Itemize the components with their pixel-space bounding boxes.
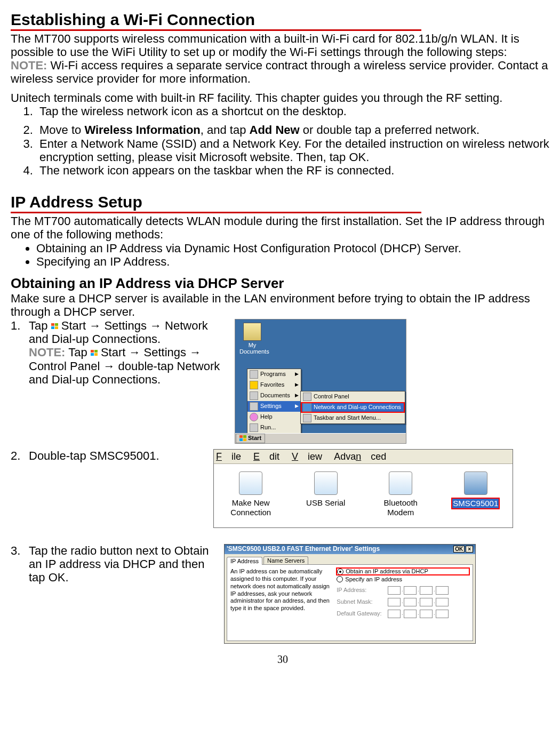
tab-name-servers[interactable]: Name Servers: [263, 556, 308, 565]
menu-view[interactable]: View: [292, 451, 322, 462]
menu-favorites[interactable]: Favorites▶: [247, 380, 301, 390]
screenshot-network-connections: File Edit View Advanced Make New Connect…: [213, 449, 513, 528]
wifi-note: NOTE: Wi-Fi access requires a separate s…: [11, 59, 555, 86]
section-heading-wifi: Establishing a Wi-Fi Connection: [11, 11, 421, 31]
wifi-step-3: Enter a Network Name (SSID) and a Networ…: [36, 137, 555, 164]
radio-specify[interactable]: Specify an IP address: [337, 576, 469, 583]
titlebar: 'SMSC9500 USB2.0 FAST Ethernet Driver' S…: [225, 545, 475, 554]
menu-advanced[interactable]: Advanced: [334, 451, 386, 462]
settings-submenu: Control Panel Network and Dial-up Connec…: [300, 391, 405, 424]
windows-flag-icon: [239, 435, 246, 442]
menu-help[interactable]: Help: [247, 412, 301, 422]
step-3-num: 3.: [11, 544, 29, 585]
favorites-icon: [250, 381, 258, 389]
windows-flag-icon: [91, 350, 98, 356]
network-icon: [303, 403, 311, 412]
page-number: 30: [11, 653, 555, 666]
screenshot-ip-settings-dialog: 'SMSC9500 USB2.0 FAST Ethernet Driver' S…: [224, 544, 476, 644]
settings-icon: [250, 402, 258, 411]
close-button[interactable]: ×: [466, 546, 473, 553]
radio-icon: [337, 569, 343, 575]
start-menu: Programs▶ Favorites▶ Documents▶ Settings…: [247, 369, 301, 434]
make-new-connection-icon: [239, 471, 262, 495]
submenu-taskbar[interactable]: Taskbar and Start Menu...: [301, 413, 405, 423]
radio-icon: [337, 576, 343, 582]
ip-help-text: An IP address can be automatically assig…: [230, 568, 332, 637]
menubar: File Edit View Advanced: [214, 450, 513, 465]
ethernet-adapter-icon: [464, 471, 487, 495]
field-ip-address: IP Address:...: [337, 586, 469, 595]
wifi-step-2: Move to Wireless Information, and tap Ad…: [36, 123, 555, 137]
section-heading-ip: IP Address Setup: [11, 193, 421, 213]
note-label: NOTE:: [11, 59, 47, 72]
menu-edit[interactable]: Edit: [253, 451, 279, 462]
step-2-text: Double-tap SMSC95001.: [29, 449, 203, 462]
ok-button[interactable]: OK: [453, 546, 465, 553]
wifi-intro: The MT700 supports wireless communicatio…: [11, 32, 555, 59]
field-default-gateway: Default Gateway:...: [337, 610, 469, 618]
wifi-step-4: The network icon appears on the taskbar …: [36, 164, 555, 177]
wifi-step-1: Tap the wireless network icon as a short…: [36, 105, 555, 118]
bluetooth-modem-icon: [389, 471, 412, 495]
subheading-dhcp: Obtaining an IP Address via DHCP Server: [11, 276, 555, 292]
submenu-network-dialup[interactable]: Network and Dial-up Connections: [301, 402, 405, 413]
run-icon: [250, 423, 258, 432]
conn-usb-serial[interactable]: USB Serial: [297, 471, 355, 517]
menu-programs[interactable]: Programs▶: [247, 369, 301, 380]
documents-icon: [250, 391, 258, 400]
programs-icon: [250, 370, 258, 379]
ip-intro: The MT700 automatically detects WLAN mod…: [11, 214, 555, 242]
tab-ip-address[interactable]: IP Address: [227, 557, 262, 565]
submenu-control-panel[interactable]: Control Panel: [301, 391, 405, 402]
step-1-text: Tap Start → Settings → Network and Dial-…: [29, 319, 224, 386]
dialog-title: 'SMSC9500 USB2.0 FAST Ethernet Driver' S…: [227, 546, 451, 553]
menu-documents[interactable]: Documents▶: [247, 390, 301, 401]
step-1-num: 1.: [11, 319, 29, 386]
conn-bluetooth-modem[interactable]: Bluetooth Modem: [371, 471, 430, 517]
ip-bullet-dhcp: Obtaining an IP Address via Dynamic Host…: [36, 242, 555, 255]
menu-run[interactable]: Run...: [247, 422, 301, 433]
conn-smsc95001[interactable]: SMSC95001: [446, 471, 505, 517]
note-label-2: NOTE:: [29, 346, 65, 359]
usb-serial-icon: [314, 471, 338, 495]
menu-file[interactable]: File: [216, 451, 241, 462]
help-icon: [250, 413, 258, 421]
screenshot-start-menu: My Documents Programs▶ Favorites▶ Docume…: [235, 319, 406, 444]
control-panel-icon: [303, 393, 311, 401]
taskbar-icon: [303, 414, 311, 422]
step-3-text: Tap the radio button next to Obtain an I…: [29, 544, 213, 585]
windows-flag-icon: [51, 323, 58, 330]
desktop-icon-mydocs[interactable]: My Documents: [239, 323, 265, 355]
ip-bullet-static: Specifying an IP Address.: [36, 255, 555, 268]
start-button[interactable]: Start: [236, 434, 265, 443]
dhcp-intro: Make sure a DHCP server is available in …: [11, 292, 555, 319]
conn-make-new[interactable]: Make New Connection: [221, 471, 280, 517]
taskbar: Start: [235, 433, 406, 443]
field-subnet-mask: Subnet Mask:...: [337, 598, 469, 606]
folder-icon: [243, 323, 261, 341]
wifi-note-text: Wi-Fi access requires a separate service…: [11, 59, 548, 85]
wifi-rf-intro: Unitech terminals come with built-in RF …: [11, 91, 555, 105]
menu-settings[interactable]: Settings▶: [247, 401, 301, 412]
step-2-num: 2.: [11, 449, 29, 462]
radio-dhcp[interactable]: Obtain an IP address via DHCP: [337, 568, 469, 575]
